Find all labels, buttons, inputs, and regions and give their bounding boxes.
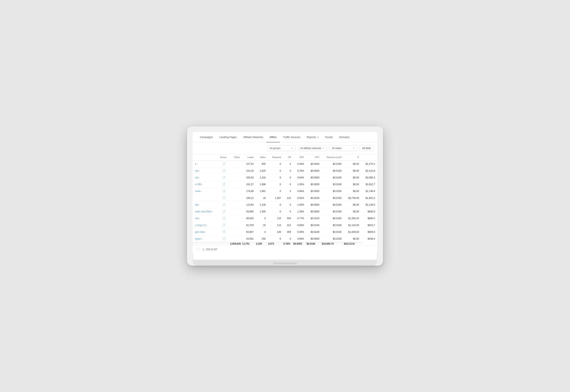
row-cr: 0.66% bbox=[293, 235, 306, 242]
col-cr[interactable]: CR bbox=[283, 154, 293, 161]
doc-icon[interactable]: 📄 bbox=[222, 224, 226, 227]
col-revenue[interactable]: Revenue (confi bbox=[322, 154, 344, 161]
doc-icon[interactable]: 📄 bbox=[222, 237, 226, 240]
doc-icon[interactable]: 📄 bbox=[222, 190, 226, 193]
col-rejected[interactable]: Rejected bbox=[268, 154, 283, 161]
row-epc: $0.0140 bbox=[306, 222, 322, 229]
offer-name-text: netto chat l3bel bbox=[195, 210, 211, 213]
nav-affiliate-networks[interactable]: Affiliate Networks bbox=[240, 132, 266, 142]
col-epc[interactable]: EPC bbox=[293, 154, 306, 161]
row-cpc: $0.0100 bbox=[322, 188, 344, 195]
row-doc-icon-cell[interactable]: 📄 bbox=[218, 195, 230, 201]
row-rejected: 0 bbox=[283, 201, 293, 208]
row-offer-name[interactable]: e 299ℹ bbox=[193, 181, 218, 188]
doc-icon[interactable]: 📄 bbox=[222, 196, 226, 199]
row-sales: 149 bbox=[268, 229, 283, 235]
row-offer-name[interactable] bbox=[193, 195, 218, 201]
nav-campaigns[interactable]: Campaigns bbox=[197, 132, 216, 142]
row-c: $936.9 bbox=[361, 208, 377, 215]
nav-traffic-sources[interactable]: Traffic Sources bbox=[280, 132, 304, 142]
table-row: lybℹ📄113,601,140001.00%$0.0000$0.0100$0.… bbox=[193, 201, 377, 208]
filter-states[interactable]: All states ∨ bbox=[329, 145, 357, 151]
totals-revenue: $10,693.75 bbox=[322, 242, 344, 245]
page-select-checkbox[interactable] bbox=[197, 248, 200, 251]
doc-icon[interactable]: 📄 bbox=[222, 162, 226, 165]
filter-groups[interactable]: All groups ∨ bbox=[267, 145, 295, 151]
states-chevron-icon: ∨ bbox=[353, 147, 355, 149]
row-offer-name[interactable]: lybℹ bbox=[193, 201, 218, 208]
doc-icon[interactable]: 📄 bbox=[222, 183, 226, 186]
networks-chevron-icon: ∨ bbox=[323, 147, 324, 149]
doc-icon[interactable]: 📄 bbox=[222, 203, 226, 206]
row-leads: 1,140 bbox=[256, 201, 268, 208]
row-c: $2,141.8 bbox=[361, 168, 377, 174]
doc-icon[interactable]: 📄 bbox=[222, 217, 226, 220]
row-revenue: $0.00 bbox=[344, 168, 361, 174]
row-clicks: 174,89 bbox=[242, 188, 256, 195]
nav-trends[interactable]: Trends bbox=[322, 132, 336, 142]
row-offer-name[interactable]: seedℹ bbox=[193, 188, 218, 195]
totals-group-cell bbox=[218, 242, 230, 245]
row-epc: $0.0000 bbox=[306, 174, 322, 181]
row-cr: 0.76% bbox=[293, 168, 306, 174]
row-revenue: $1,639.00 bbox=[344, 229, 361, 235]
table-row: hyperℹ📄43,941292000.66%$0.0000$0.0100$0.… bbox=[193, 235, 377, 242]
doc-icon[interactable]: 📄 bbox=[222, 169, 226, 172]
row-offer-name[interactable]: hyperℹ bbox=[193, 235, 218, 242]
row-cr: 0.93% bbox=[293, 229, 306, 235]
row-epc: $0.0000 bbox=[306, 235, 322, 242]
info-icon: ℹ bbox=[202, 238, 202, 240]
doc-icon[interactable]: 📄 bbox=[222, 230, 226, 233]
row-offer-name[interactable]: eℹ bbox=[193, 161, 218, 168]
row-doc-icon-cell[interactable]: 📄 bbox=[218, 188, 230, 195]
row-cr: 0.56% bbox=[293, 222, 306, 229]
totals-cr: 0.78% bbox=[283, 242, 293, 245]
row-doc-icon-cell[interactable]: 📄 bbox=[218, 181, 230, 188]
totals-cpc: $0.0100 bbox=[306, 242, 322, 245]
row-doc-icon-cell[interactable]: 📄 bbox=[218, 174, 230, 181]
filter-time[interactable]: All time bbox=[360, 145, 373, 151]
row-doc-icon-cell[interactable]: 📄 bbox=[218, 215, 230, 222]
row-leads: 655 bbox=[256, 161, 268, 168]
row-sales: 1,367 bbox=[268, 195, 283, 201]
row-doc-icon-cell[interactable]: 📄 bbox=[218, 229, 230, 235]
row-offer-name[interactable]: netto chat l3belℹ bbox=[193, 208, 218, 215]
nav-landing-pages[interactable]: Landing Pages bbox=[216, 132, 240, 142]
col-clicks[interactable]: Clicks bbox=[230, 154, 242, 161]
row-leads: 1,625 bbox=[256, 168, 268, 174]
row-c: $1,136.0 bbox=[361, 201, 377, 208]
nav-offers[interactable]: Offers bbox=[266, 132, 280, 142]
row-group bbox=[230, 235, 242, 242]
row-doc-icon-cell[interactable]: 📄 bbox=[218, 201, 230, 208]
row-epc: $0.0226 bbox=[306, 195, 322, 201]
row-cpc: $0.0100 bbox=[322, 195, 344, 201]
offer-name-text: e 299 bbox=[195, 183, 201, 186]
row-doc-icon-cell[interactable]: 📄 bbox=[218, 208, 230, 215]
col-leads[interactable]: Leads bbox=[242, 154, 256, 161]
row-offer-name[interactable]: gen chatℹ bbox=[193, 229, 218, 235]
row-doc-icon-cell[interactable]: 📄 bbox=[218, 222, 230, 229]
nav-domains[interactable]: Domains bbox=[336, 132, 353, 142]
row-cr: 1.39% bbox=[293, 208, 306, 215]
doc-icon[interactable]: 📄 bbox=[222, 176, 226, 179]
row-revenue: $0.00 bbox=[344, 161, 361, 168]
row-leads: 1,305 bbox=[256, 208, 268, 215]
row-doc-icon-cell[interactable]: 📄 bbox=[218, 168, 230, 174]
doc-icon[interactable]: 📄 bbox=[222, 210, 226, 213]
row-leads: 292 bbox=[256, 235, 268, 242]
col-sales[interactable]: Sales bbox=[256, 154, 268, 161]
totals-clicks: 2,028,845 bbox=[230, 242, 242, 245]
col-cpc[interactable]: CPC bbox=[306, 154, 322, 161]
row-offer-name[interactable]: z Copy #1ℹ bbox=[193, 222, 218, 229]
row-offer-name[interactable]: ndzℹ bbox=[193, 215, 218, 222]
totals-rejected: 2,071 bbox=[268, 242, 283, 245]
row-doc-icon-cell[interactable]: 📄 bbox=[218, 235, 230, 242]
row-epc: $0.0000 bbox=[306, 168, 322, 174]
row-doc-icon-cell[interactable]: 📄 bbox=[218, 161, 230, 168]
col-c[interactable]: C bbox=[344, 154, 361, 161]
groups-chevron-icon: ∨ bbox=[291, 147, 292, 149]
row-offer-name[interactable]: satℹ bbox=[193, 174, 218, 181]
filter-affiliate-networks[interactable]: All affiliate networks ∨ bbox=[298, 145, 327, 151]
row-offer-name[interactable]: hatℹ bbox=[193, 168, 218, 174]
nav-reports[interactable]: Reports ▾ bbox=[304, 132, 322, 142]
